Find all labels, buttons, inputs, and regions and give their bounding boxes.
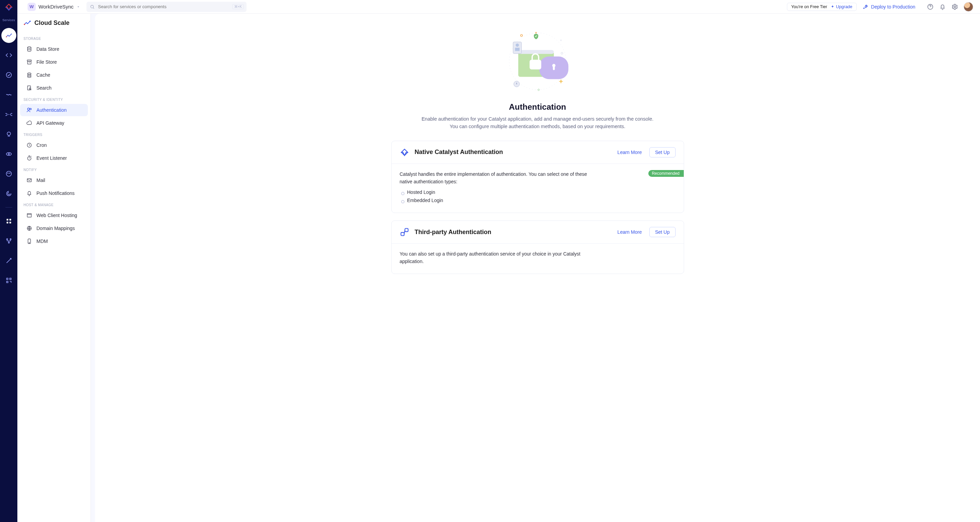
- rail-item-waves[interactable]: [2, 87, 16, 102]
- sidebar-item-label: Web Client Hosting: [37, 212, 77, 218]
- svg-point-51: [515, 44, 519, 47]
- sidebar-item-mail[interactable]: Mail: [20, 174, 88, 187]
- settings-icon[interactable]: [951, 3, 958, 10]
- upgrade-button[interactable]: Upgrade: [830, 5, 852, 9]
- svg-rect-49: [530, 60, 541, 70]
- cloud-scale-icon: [24, 19, 31, 27]
- svg-point-13: [6, 238, 8, 239]
- clock-icon: [26, 142, 32, 148]
- search-shortcut: ⌘+K: [232, 4, 244, 9]
- archive-icon: [26, 59, 32, 65]
- svg-point-37: [29, 243, 30, 243]
- svg-point-54: [561, 52, 563, 54]
- sidebar-item-web-client-hosting[interactable]: Web Client Hosting: [20, 209, 88, 222]
- svg-point-25: [28, 75, 31, 76]
- nav-rail: Services: [0, 0, 18, 522]
- rail-item-wand[interactable]: [2, 253, 16, 268]
- sidebar-item-file-store[interactable]: File Store: [20, 56, 88, 68]
- rail-item-code[interactable]: [2, 48, 16, 63]
- svg-rect-18: [6, 281, 8, 283]
- users-icon: [26, 107, 32, 113]
- deploy-button[interactable]: Deploy to Production: [863, 4, 915, 10]
- rail-item-infinity[interactable]: [2, 107, 16, 122]
- project-name: WorkDriveSync: [38, 4, 73, 10]
- sidebar-item-cron[interactable]: Cron: [20, 139, 88, 151]
- setup-button[interactable]: Set Up: [649, 147, 676, 157]
- svg-rect-34: [27, 214, 31, 217]
- svg-point-7: [8, 173, 8, 174]
- card-native-auth: Native Catalyst Authentication Learn Mor…: [391, 141, 684, 213]
- rail-item-cloud-scale[interactable]: [2, 28, 16, 43]
- main-panel: Authentication Enable authentication for…: [95, 14, 980, 522]
- content-column: W WorkDriveSync ⌘+K You're on Free Tier …: [91, 0, 980, 522]
- project-switcher[interactable]: W WorkDriveSync: [28, 3, 80, 11]
- user-avatar[interactable]: [964, 2, 973, 11]
- svg-rect-16: [6, 278, 8, 279]
- rocket-icon: [863, 4, 868, 10]
- svg-point-24: [28, 73, 31, 75]
- setup-button[interactable]: Set Up: [649, 227, 676, 237]
- rail-item-apps-grid[interactable]: [2, 214, 16, 228]
- rail-item-nodes[interactable]: [2, 233, 16, 248]
- svg-point-4: [6, 153, 11, 155]
- sidebar-item-label: Data Store: [37, 46, 59, 52]
- bell-icon: [26, 190, 32, 196]
- learn-more-link[interactable]: Learn More: [617, 150, 642, 155]
- section-label-notify: NOTIFY: [18, 164, 91, 174]
- svg-rect-23: [28, 61, 31, 64]
- sidebar: Cloud Scale STORAGE Data Store File Stor…: [18, 0, 91, 522]
- sidebar-item-domain-mappings[interactable]: Domain Mappings: [20, 222, 88, 235]
- rail-item-head[interactable]: [2, 127, 16, 142]
- notifications-icon[interactable]: [939, 3, 946, 10]
- rail-item-qr[interactable]: [2, 273, 16, 288]
- section-label-triggers: TRIGGERS: [18, 129, 91, 139]
- card-title: Third-party Authentication: [415, 228, 612, 236]
- sidebar-item-push-notifications[interactable]: Push Notifications: [20, 187, 88, 200]
- svg-point-0: [6, 37, 7, 37]
- rail-item-face[interactable]: [2, 166, 16, 181]
- svg-rect-48: [553, 66, 555, 70]
- card-description: Catalyst handles the entire implementati…: [400, 171, 590, 185]
- section-label-security: SECURITY & IDENTITY: [18, 94, 91, 104]
- svg-point-30: [30, 109, 32, 110]
- search-input[interactable]: [98, 4, 243, 9]
- topbar: W WorkDriveSync ⌘+K You're on Free Tier …: [18, 0, 980, 14]
- page-description: Enable authentication for your Catalyst …: [415, 115, 660, 131]
- rail-item-orbit[interactable]: [2, 147, 16, 161]
- sidebar-item-label: MDM: [37, 238, 48, 244]
- svg-rect-9: [6, 219, 8, 220]
- svg-rect-11: [6, 222, 8, 223]
- globe-icon: [26, 225, 32, 231]
- sidebar-item-mdm[interactable]: MDM: [20, 235, 88, 247]
- sidebar-item-label: API Gateway: [37, 120, 64, 126]
- global-search[interactable]: ⌘+K: [86, 2, 247, 12]
- sparkle-icon: [830, 5, 835, 9]
- svg-rect-17: [10, 278, 11, 279]
- database-icon: [26, 46, 32, 52]
- card-title: Native Catalyst Authentication: [415, 148, 612, 156]
- native-auth-icon: [400, 147, 409, 157]
- sidebar-item-event-listener[interactable]: Event Listener: [20, 152, 88, 164]
- help-icon[interactable]: [927, 3, 934, 10]
- sidebar-item-api-gateway[interactable]: API Gateway: [20, 117, 88, 129]
- learn-more-link[interactable]: Learn More: [617, 229, 642, 235]
- svg-rect-52: [515, 48, 519, 51]
- rail-item-galaxy[interactable]: [2, 186, 16, 201]
- mobile-icon: [26, 238, 32, 244]
- topbar-icons: [921, 2, 973, 11]
- sidebar-item-cache[interactable]: Cache: [20, 69, 88, 81]
- sidebar-item-search[interactable]: Search: [20, 82, 88, 94]
- sidebar-item-label: Cache: [37, 72, 50, 78]
- svg-point-43: [520, 34, 522, 37]
- rail-item-check-sparkle[interactable]: [2, 67, 16, 83]
- card-description: You can also set up a third-party authen…: [400, 251, 590, 265]
- sidebar-item-label: Event Listener: [37, 155, 67, 161]
- brand-logo-icon[interactable]: [5, 3, 13, 11]
- svg-point-29: [28, 108, 30, 110]
- svg-point-19: [24, 24, 25, 25]
- native-option: Embedded Login: [400, 196, 676, 204]
- sidebar-item-authentication[interactable]: Authentication: [20, 104, 88, 116]
- section-label-host: HOST & MANAGE: [18, 200, 91, 209]
- svg-point-1: [11, 34, 12, 35]
- sidebar-item-data-store[interactable]: Data Store: [20, 43, 88, 55]
